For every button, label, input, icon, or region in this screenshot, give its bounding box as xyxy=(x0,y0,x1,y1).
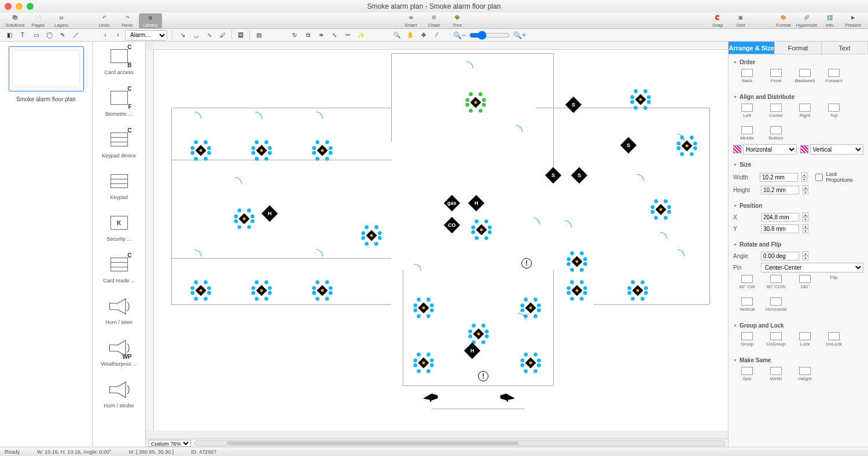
text-tool[interactable]: T xyxy=(17,30,28,41)
order-front-button[interactable]: Front xyxy=(766,69,786,83)
align-center-button[interactable]: Center xyxy=(766,104,786,118)
flip-vertical-button[interactable]: Vertical xyxy=(737,297,757,312)
library-item[interactable]: CCard reade ... xyxy=(93,250,145,292)
info-button[interactable]: ℹ️Info xyxy=(818,13,841,28)
snap-button[interactable]: 🧲Snap xyxy=(706,13,729,28)
present-button[interactable]: ▶Present xyxy=(841,13,865,28)
connector-tool[interactable]: ↘ xyxy=(177,30,189,41)
distribute-vertical-select[interactable]: Vertical xyxy=(810,144,864,155)
align-top-button[interactable]: Top xyxy=(823,104,844,118)
pin-select[interactable]: Center-Center xyxy=(761,263,863,273)
library-item[interactable]: CKeypad device xyxy=(93,125,145,167)
library-select[interactable]: Alarm... xyxy=(125,30,167,41)
distribute-horizontal-select[interactable]: Horizontal xyxy=(743,144,797,155)
ellipse-tool[interactable]: ◯ xyxy=(43,30,55,41)
cut-tool[interactable]: ✂ xyxy=(342,30,354,41)
camera-symbol[interactable] xyxy=(423,391,443,402)
door-arc-symbol[interactable] xyxy=(565,220,572,227)
arc-tool[interactable]: ◡ xyxy=(190,30,202,41)
door-arc-symbol[interactable] xyxy=(414,264,421,271)
warning-symbol[interactable]: ! xyxy=(521,258,532,269)
spline-tool[interactable]: ∿ xyxy=(204,30,215,41)
rotate-tool[interactable]: ⤡ xyxy=(329,30,340,41)
hypernote-button[interactable]: 🔗Hypernote xyxy=(795,13,818,28)
tab-format[interactable]: Format xyxy=(775,42,821,54)
smoke-detector-symbol[interactable] xyxy=(518,351,543,375)
warning-symbol[interactable]: ! xyxy=(478,371,488,381)
distribute-tool[interactable]: ≑ xyxy=(315,30,327,41)
door-arc-symbol[interactable] xyxy=(466,61,473,68)
tab-text[interactable]: Text xyxy=(822,42,868,54)
align-middle-button[interactable]: Middle xyxy=(737,126,757,141)
smoke-detector-symbol[interactable] xyxy=(249,138,274,163)
smoke-detector-symbol[interactable] xyxy=(411,296,436,320)
page-thumbnail[interactable] xyxy=(9,46,84,91)
smoke-detector-symbol[interactable] xyxy=(469,218,494,242)
smoke-detector-symbol[interactable] xyxy=(232,207,256,231)
smoke-detector-symbol[interactable] xyxy=(565,278,589,303)
smoke-detector-symbol[interactable] xyxy=(464,90,488,115)
door-arc-symbol[interactable] xyxy=(516,125,523,132)
pan-tool[interactable]: ✋ xyxy=(404,30,416,41)
rotate-180-button[interactable]: 180° xyxy=(795,275,815,289)
format-panel-button[interactable]: 🎨Format xyxy=(772,13,795,28)
smoke-detector-symbol[interactable] xyxy=(466,322,491,346)
align-left-button[interactable]: Left xyxy=(737,104,757,118)
lib-prev-button[interactable]: ‹ xyxy=(100,30,111,41)
grid-button[interactable]: ▦Grid xyxy=(729,13,752,28)
lock-proportions-checkbox[interactable] xyxy=(815,174,823,181)
door-arc-symbol[interactable] xyxy=(316,249,323,256)
chain-connector-button[interactable]: ⛓Chain xyxy=(422,13,446,28)
insert-table-button[interactable]: ▤ xyxy=(253,30,264,41)
angle-stepper[interactable]: ▲▼ xyxy=(803,251,808,260)
y-stepper[interactable]: ▲▼ xyxy=(803,224,808,233)
undo-button[interactable]: ↶Undo xyxy=(93,13,116,28)
section-rotate[interactable]: Rotate and Flip xyxy=(733,241,863,248)
door-arc-symbol[interactable] xyxy=(194,249,201,256)
library-item[interactable]: CBCard access xyxy=(93,42,145,83)
smoke-detector-symbol[interactable] xyxy=(565,249,589,274)
angle-input[interactable] xyxy=(761,252,799,260)
library-item[interactable]: WPWeatherproo ... xyxy=(93,333,145,375)
library-item[interactable]: KSecurity ... xyxy=(93,208,145,250)
sensor-diamond-symbol[interactable]: S xyxy=(620,137,637,153)
section-align[interactable]: Align and Distribute xyxy=(733,94,863,100)
pen-tool[interactable]: ✎ xyxy=(57,30,68,41)
x-stepper[interactable]: ▲▼ xyxy=(803,212,808,222)
same-size-button[interactable]: Size xyxy=(737,367,757,381)
section-size[interactable]: Size xyxy=(733,161,863,168)
height-input[interactable] xyxy=(761,186,799,194)
smart-connector-button[interactable]: ⇆Smart xyxy=(399,13,422,28)
section-makesame[interactable]: Make Same xyxy=(733,357,863,363)
crop-tool[interactable]: ✥ xyxy=(418,30,429,41)
smoke-detector-symbol[interactable] xyxy=(411,351,436,375)
tree-connector-button[interactable]: 🌳Tree xyxy=(446,13,469,28)
section-order[interactable]: Order xyxy=(733,59,863,65)
width-input[interactable] xyxy=(760,173,798,182)
align-right-button[interactable]: Right xyxy=(795,104,815,118)
line-tool[interactable]: ／ xyxy=(70,30,82,41)
same-width-button[interactable]: Width xyxy=(766,367,786,381)
order-backward-button[interactable]: Backward xyxy=(795,69,815,83)
zoom-minus-icon[interactable]: 🔍− xyxy=(453,32,466,39)
lock-button[interactable]: Lock xyxy=(795,332,815,347)
sensor-diamond-symbol[interactable]: H xyxy=(468,195,484,211)
order-back-button[interactable]: Back xyxy=(737,69,757,83)
pointer-tool[interactable]: ◧ xyxy=(3,30,15,41)
door-arc-symbol[interactable] xyxy=(660,232,667,239)
sensor-diamond-symbol[interactable]: S xyxy=(571,167,587,183)
reshape-tool[interactable]: ↻ xyxy=(289,30,300,41)
library-item[interactable]: CFBiometric ... xyxy=(93,83,145,125)
insert-image-button[interactable]: 🖼 xyxy=(235,30,247,41)
height-stepper[interactable]: ▲▼ xyxy=(803,185,808,194)
tab-arrange[interactable]: Arrange & Size xyxy=(729,42,775,54)
zoom-plus-icon[interactable]: 🔍+ xyxy=(513,32,526,39)
ungroup-button[interactable]: UnGroup xyxy=(766,332,786,347)
position-y-input[interactable] xyxy=(761,225,799,233)
camera-symbol[interactable] xyxy=(495,391,515,402)
sensor-diamond-symbol[interactable]: CO xyxy=(444,217,460,233)
library-item[interactable]: Horn / strobe xyxy=(93,375,145,417)
smoke-detector-symbol[interactable] xyxy=(189,138,213,163)
zoom-select[interactable]: Custom 76% xyxy=(148,440,191,447)
door-arc-symbol[interactable] xyxy=(533,218,540,225)
